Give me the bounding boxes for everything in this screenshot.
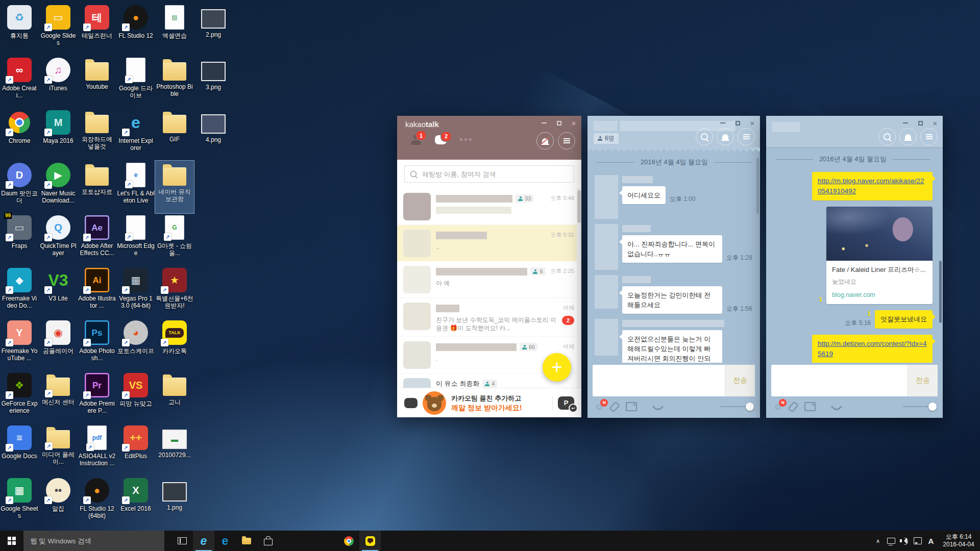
- attach-image-icon[interactable]: [626, 402, 637, 411]
- desktop-icon[interactable]: ● FL Studio 12: [116, 3, 155, 56]
- desktop-icon[interactable]: X Excel 2016: [116, 476, 155, 529]
- send-button[interactable]: 전송: [725, 365, 755, 396]
- search-button[interactable]: [878, 128, 896, 145]
- attach-file-icon[interactable]: [609, 401, 620, 412]
- window-opacity-slider[interactable]: [720, 406, 753, 407]
- search-button[interactable]: [696, 128, 713, 145]
- task-view-button[interactable]: [172, 531, 193, 551]
- desktop-icon[interactable]: e Internet Explorer: [116, 108, 155, 161]
- desktop-icon[interactable]: 외장하드에 넣을것: [78, 108, 116, 161]
- alerts-button[interactable]: [899, 128, 917, 145]
- desktop-icon[interactable]: ▭ Google Slides: [39, 3, 78, 56]
- desktop-icon[interactable]: ★ 특별선물+6천원받자!: [155, 266, 194, 318]
- attach-image-icon[interactable]: [804, 402, 816, 411]
- desktop-icon[interactable]: ▬ 20100729...: [155, 423, 194, 476]
- desktop-icon[interactable]: VS 피망 뉴맞고: [116, 371, 155, 423]
- tray-action-center[interactable]: [912, 531, 924, 551]
- taskbar-internet-explorer[interactable]: e: [193, 531, 214, 551]
- desktop-icon[interactable]: ∞ Adobe Creati...: [0, 56, 39, 108]
- desktop-icon[interactable]: ❖ GeForce Experience: [0, 371, 39, 423]
- desktop-icon[interactable]: 네이버 뮤직 보관함: [155, 161, 194, 213]
- desktop-icon[interactable]: ◆ Freemake Video Do...: [0, 266, 39, 318]
- ad-banner[interactable]: 카카오팀 플친 추가하고 깨알 정보 받아가세요! P: [397, 388, 581, 417]
- desktop-icon[interactable]: ● FL Studio 12 (64bit): [78, 476, 116, 529]
- message-link[interactable]: http://m.detizen.com/contest/?Idx=45619: [818, 340, 927, 358]
- tab-friends[interactable]: 1: [410, 134, 422, 145]
- tray-overflow-button[interactable]: ∧: [872, 531, 884, 551]
- desktop-icon[interactable]: 미디어 플레이...: [39, 423, 78, 476]
- tab-chats[interactable]: 2: [435, 135, 447, 144]
- alerts-button[interactable]: [717, 128, 734, 145]
- desktop-icon[interactable]: e Let's FL & Ableton Live: [116, 161, 155, 213]
- menu-button[interactable]: [738, 128, 755, 145]
- taskbar-kakaotalk[interactable]: [359, 531, 381, 551]
- maximize-button[interactable]: [917, 119, 924, 127]
- desktop-icon[interactable]: TALK 카카오톡: [155, 318, 194, 371]
- desktop-icon[interactable]: Ai Adobe Illustrator ...: [78, 266, 116, 318]
- desktop-icon[interactable]: ▤ 엑셀연습: [155, 3, 194, 56]
- new-chat-button[interactable]: +: [543, 353, 571, 382]
- desktop-icon[interactable]: 메신저 센터: [39, 371, 78, 423]
- desktop-icon[interactable]: ▦ Vegas Pro 13.0 (64-bit): [116, 266, 155, 318]
- message-input[interactable]: [771, 365, 908, 396]
- tab-more[interactable]: [460, 138, 472, 141]
- taskbar-store[interactable]: [257, 531, 279, 551]
- scrollbar-thumb[interactable]: [756, 158, 759, 214]
- chat-list-item[interactable]: .. 오후 5:31: [397, 225, 581, 261]
- voice-call-icon[interactable]: [652, 401, 664, 413]
- desktop-icon[interactable]: ▶ Naver Music Download...: [39, 161, 78, 213]
- message-link[interactable]: http://m.blog.naver.com/akikase/22054191…: [818, 177, 924, 195]
- desktop-icon[interactable]: ♫ iTunes: [39, 56, 78, 108]
- desktop-icon[interactable]: 고니: [155, 371, 194, 423]
- desktop-icon[interactable]: Q QuickTime Player: [39, 213, 78, 266]
- desktop-icon[interactable]: 테 테일즈런너: [78, 3, 116, 56]
- close-button[interactable]: ×: [570, 119, 577, 127]
- tray-network[interactable]: [885, 531, 897, 551]
- slider-knob[interactable]: [746, 403, 754, 411]
- desktop-icon[interactable]: ♻ 휴지통: [0, 3, 39, 56]
- message-input[interactable]: [593, 365, 725, 396]
- link-preview-card[interactable]: Fate / Kaleid Liner 프리즈마☆... 늦었네요 blog.n…: [826, 207, 933, 304]
- minimize-button[interactable]: [541, 119, 548, 127]
- desktop-icon[interactable]: Ae Adobe After Effects CC...: [78, 213, 116, 266]
- desktop-icon[interactable]: ▭ 99 Fraps: [0, 213, 39, 266]
- desktop-icon[interactable]: ◉ 곰플레이어: [39, 318, 78, 371]
- sort-menu-button[interactable]: [558, 132, 575, 149]
- desktop-icon[interactable]: 2.png: [194, 3, 233, 56]
- desktop-icon[interactable]: Chrome: [0, 108, 39, 161]
- minimize-button[interactable]: [902, 119, 909, 127]
- desktop-icon[interactable]: G G마켓 - 쇼핑을...: [155, 213, 194, 266]
- window-opacity-slider[interactable]: [903, 406, 936, 407]
- desktop-icon[interactable]: ◕ 포토스케이프: [116, 318, 155, 371]
- desktop-icon[interactable]: 3.png: [194, 56, 233, 108]
- voice-call-icon[interactable]: [831, 401, 843, 413]
- maximize-button[interactable]: [734, 119, 741, 127]
- desktop-icon[interactable]: D Daum 팟인코더: [0, 161, 39, 213]
- taskbar-chrome[interactable]: [338, 531, 359, 551]
- taskbar-file-explorer[interactable]: [236, 531, 257, 551]
- menu-button[interactable]: [920, 128, 938, 145]
- emoticon-button[interactable]: ☺N: [595, 403, 603, 411]
- desktop-icon[interactable]: Pr Adobe Premiere P...: [78, 371, 116, 423]
- scrollbar-thumb[interactable]: [577, 190, 581, 223]
- desktop-icon[interactable]: Youtube: [78, 56, 116, 108]
- desktop-icon[interactable]: 4.png: [194, 108, 233, 161]
- taskbar-search-box[interactable]: [23, 531, 164, 551]
- tray-volume[interactable]: [898, 531, 911, 551]
- tray-ime[interactable]: A: [925, 531, 937, 551]
- start-button[interactable]: [0, 531, 23, 551]
- tray-clock[interactable]: 오후 6:14 2016-04-04: [938, 533, 979, 548]
- attach-file-icon[interactable]: [788, 401, 799, 412]
- desktop-icon[interactable]: V3 V3 Lite: [39, 266, 78, 318]
- chat-list-item[interactable]: 6 아 예 오후 2:25: [397, 261, 581, 298]
- close-button[interactable]: ×: [932, 119, 939, 127]
- taskbar-edge[interactable]: e: [214, 531, 236, 551]
- desktop-icon[interactable]: Photoshop Bible: [155, 56, 194, 108]
- search-input[interactable]: [421, 170, 569, 179]
- close-button[interactable]: ×: [749, 119, 756, 127]
- maximize-button[interactable]: [555, 119, 562, 127]
- chat-list-item[interactable]: 33 오후 5:48: [397, 188, 581, 225]
- chat-list-item[interactable]: 친구가 보낸 수학도둑_코믹 메이플스토리 이용권 🎁이 도착했어요! 카...…: [397, 298, 581, 337]
- desktop-icon[interactable]: GIF: [155, 108, 194, 161]
- desktop-icon[interactable]: pdf ASIO4ALL v2 Instruction ...: [78, 423, 116, 476]
